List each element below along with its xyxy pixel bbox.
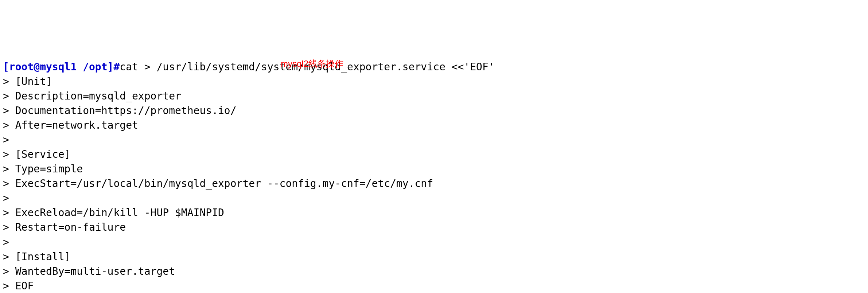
heredoc-line: >: [3, 235, 865, 250]
shell-prompt: [root@mysql1 /opt]#: [3, 61, 120, 73]
heredoc-line: > [Unit]: [3, 74, 865, 89]
terminal-output: [root@mysql1 /opt]#cat > /usr/lib/system…: [3, 60, 865, 293]
heredoc-line: > Documentation=https://prometheus.io/: [3, 103, 865, 118]
heredoc-line: >: [3, 133, 865, 147]
heredoc-line: > After=network.target: [3, 118, 865, 133]
heredoc-line: > [Install]: [3, 250, 865, 264]
heredoc-line: > Description=mysqld_exporter: [3, 89, 865, 103]
heredoc-line: > WantedBy=multi-user.target: [3, 264, 865, 279]
annotation-label: mysql2线条操作: [281, 58, 343, 70]
heredoc-line: > Restart=on-failure: [3, 220, 865, 235]
heredoc-line: > EOF: [3, 279, 865, 293]
heredoc-line: > Type=simple: [3, 162, 865, 176]
heredoc-line: > ExecReload=/bin/kill -HUP $MAINPID: [3, 206, 865, 220]
heredoc-line: >: [3, 191, 865, 206]
heredoc-line: > [Service]: [3, 147, 865, 162]
heredoc-line: > ExecStart=/usr/local/bin/mysqld_export…: [3, 176, 865, 191]
